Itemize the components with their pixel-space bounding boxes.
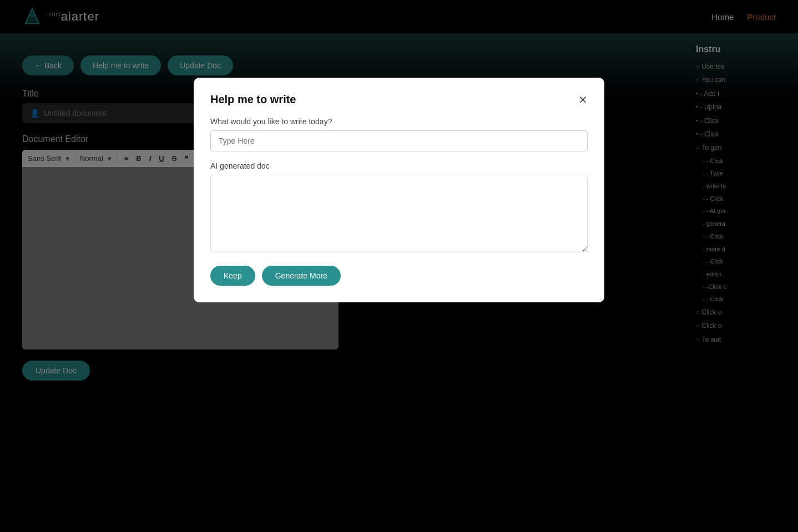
- modal-question-label: What would you like to write today?: [210, 117, 588, 126]
- write-topic-input[interactable]: [210, 130, 588, 151]
- generated-doc-textarea[interactable]: [210, 175, 588, 252]
- modal-footer: Keep Generate More: [210, 266, 588, 286]
- modal-close-button[interactable]: ✕: [578, 94, 588, 105]
- modal-overlay: Help me to write ✕ What would you like t…: [0, 0, 798, 532]
- modal-title: Help me to write: [210, 93, 296, 106]
- modal-header: Help me to write ✕: [210, 93, 588, 106]
- modal: Help me to write ✕ What would you like t…: [194, 78, 604, 302]
- generated-doc-label: AI generated doc: [210, 161, 588, 170]
- keep-button[interactable]: Keep: [210, 266, 255, 286]
- generate-more-button[interactable]: Generate More: [262, 266, 341, 286]
